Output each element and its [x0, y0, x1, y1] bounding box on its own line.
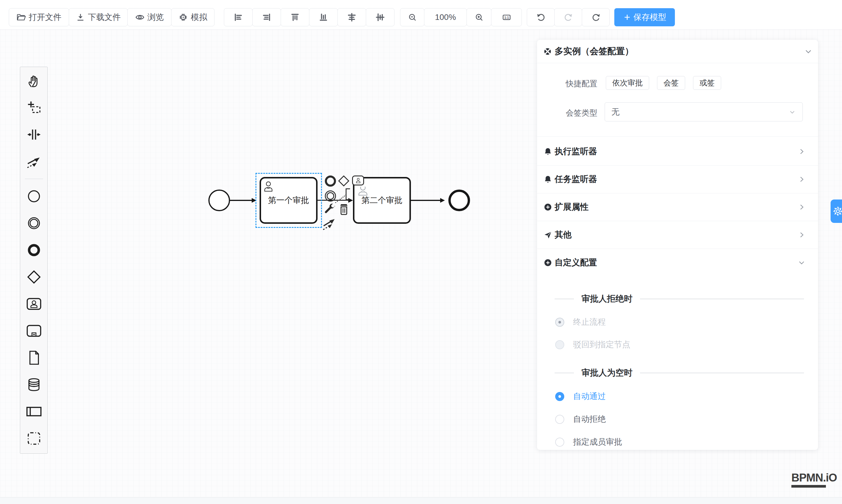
start-event-icon [27, 189, 41, 203]
group-title-text: 审批人为空时 [581, 367, 632, 379]
eye-icon [135, 13, 144, 22]
horizontal-scrollbar-track[interactable] [0, 497, 842, 504]
data-object-icon [27, 350, 41, 365]
align-middle-icon [375, 12, 385, 22]
context-pad-trash-icon[interactable] [339, 202, 349, 217]
space-tool[interactable] [26, 127, 42, 142]
section-custom-config[interactable]: 自定义配置 [537, 249, 818, 276]
open-file-button[interactable]: 打开文件 [9, 8, 69, 26]
align-middle-button[interactable] [366, 8, 394, 26]
start-event-shape[interactable] [208, 190, 230, 211]
create-data-store[interactable] [26, 377, 42, 393]
align-right-button[interactable] [252, 8, 281, 26]
create-user-task[interactable] [26, 296, 42, 312]
create-subprocess[interactable] [26, 323, 42, 339]
align-bottom-button[interactable] [309, 8, 338, 26]
sign-type-select[interactable]: 无 [604, 102, 803, 121]
radio-terminate-process[interactable]: 终止流程 [555, 317, 606, 328]
folder-open-icon [16, 13, 26, 22]
lasso-tool[interactable] [26, 100, 42, 115]
user-task-icon [357, 187, 369, 198]
selection-outline [256, 173, 322, 228]
quick-option-sequential[interactable]: 依次审批 [606, 76, 649, 90]
radio-icon [555, 392, 564, 401]
radio-label: 自动拒绝 [573, 414, 606, 425]
intermediate-event-icon [27, 216, 41, 231]
radio-return-to-node[interactable]: 驳回到指定节点 [555, 339, 630, 350]
zoom-toolbar-group: 100% 1:1 [400, 8, 522, 26]
context-pad-append-gateway[interactable] [340, 177, 348, 185]
reset-1-1-icon: 1:1 [501, 13, 512, 22]
context-pad-connect-icon[interactable] [322, 215, 337, 232]
context-pad-append-text-annotation[interactable] [335, 188, 351, 204]
quick-option-countersign[interactable]: 会签 [657, 76, 685, 90]
create-data-object[interactable] [26, 350, 42, 366]
hand-tool[interactable] [26, 73, 42, 89]
panel-header[interactable]: 多实例（会签配置） [537, 40, 824, 63]
section-task-listener[interactable]: 任务监听器 [537, 165, 818, 193]
end-event-shape[interactable] [449, 190, 470, 211]
reject-group-title: 审批人拒绝时 [537, 293, 818, 305]
download-file-label: 下载文件 [88, 12, 121, 23]
radio-assign-member[interactable]: 指定成员审批 [555, 436, 622, 448]
plus-circle-icon [543, 258, 552, 267]
chevron-down-icon [797, 258, 806, 267]
zoom-level-value: 100% [435, 13, 456, 22]
context-pad-wrench-icon[interactable] [323, 202, 336, 215]
create-start-event[interactable] [26, 188, 42, 204]
gear-icon [832, 206, 842, 216]
create-intermediate-event[interactable] [26, 215, 42, 231]
quick-option-orsign[interactable]: 或签 [693, 76, 721, 90]
history-toolbar-group [527, 8, 610, 26]
create-participant[interactable] [26, 404, 42, 419]
properties-panel: 多实例（会签配置） 快捷配置 依次审批 会签 或签 会签类型 无 [537, 40, 818, 450]
preview-button[interactable]: 浏览 [127, 8, 172, 26]
create-group[interactable] [26, 431, 42, 446]
file-toolbar-group: 打开文件 下载文件 浏览 [9, 8, 214, 26]
bpmn-modeler-app: 第一个审批 第二个审批 [0, 0, 842, 504]
align-left-icon [233, 12, 243, 22]
radio-label: 自动通过 [573, 391, 606, 402]
radio-label: 终止流程 [573, 317, 606, 328]
radio-label: 指定成员审批 [573, 436, 622, 448]
zoom-out-button[interactable] [400, 8, 424, 26]
bell-icon [543, 147, 552, 156]
bpmn-io-logo[interactable]: BPMN.iO [791, 471, 837, 488]
section-label: 自定义配置 [555, 257, 597, 269]
create-gateway[interactable] [26, 269, 42, 285]
create-end-event[interactable] [26, 242, 42, 258]
multi-instance-icon [543, 48, 552, 56]
radio-auto-reject[interactable]: 自动拒绝 [555, 414, 606, 425]
simulate-label: 模拟 [191, 12, 207, 23]
refresh-button[interactable] [582, 8, 610, 26]
end-event-icon [27, 243, 41, 257]
align-center-button[interactable] [337, 8, 366, 26]
panel-title: 多实例（会签配置） [555, 45, 634, 57]
undo-button[interactable] [527, 8, 555, 26]
zoom-reset-button[interactable]: 1:1 [491, 8, 522, 26]
divider [537, 136, 818, 137]
save-model-button[interactable]: 保存模型 [614, 8, 675, 26]
redo-icon [563, 12, 573, 22]
chevron-right-icon [797, 147, 806, 156]
section-extended-properties[interactable]: 扩展属性 [537, 193, 818, 221]
context-pad-append-intermediate-event[interactable] [325, 191, 336, 201]
global-connect-tool[interactable] [26, 154, 42, 169]
chevron-down-icon[interactable] [804, 47, 813, 56]
space-tool-icon [27, 127, 41, 142]
section-other[interactable]: 其他 [537, 221, 818, 249]
radio-auto-pass[interactable]: 自动通过 [555, 391, 606, 402]
context-pad-append-user-task[interactable] [352, 176, 364, 185]
user-task-icon [355, 178, 361, 183]
download-file-button[interactable]: 下载文件 [69, 8, 128, 26]
simulate-button[interactable]: 模拟 [171, 8, 214, 26]
context-pad-append-end-event[interactable] [325, 176, 336, 187]
settings-side-tab[interactable] [830, 199, 842, 223]
redo-button[interactable] [554, 8, 582, 26]
align-left-button[interactable] [224, 8, 252, 26]
section-execution-listener[interactable]: 执行监听器 [537, 138, 818, 165]
zoom-in-button[interactable] [467, 8, 491, 26]
sign-type-label: 会签类型 [545, 108, 597, 118]
align-top-button[interactable] [281, 8, 309, 26]
lasso-icon [27, 100, 41, 115]
